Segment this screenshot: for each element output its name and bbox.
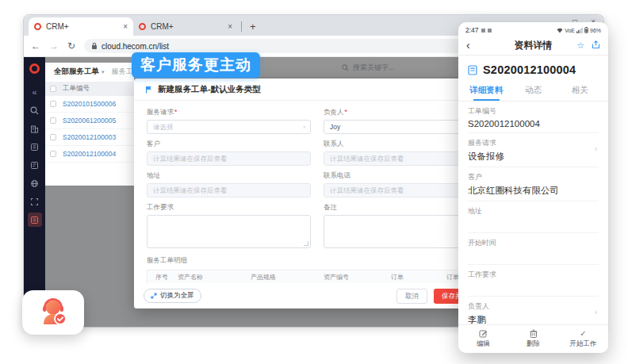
workorder-link[interactable]: S2020012100003 [63,133,116,141]
detail-column: 资产名称 [178,273,251,282]
browser-tab-1[interactable]: CRM+ × [29,17,133,36]
field-label: 客户 [468,172,599,182]
field-address: 地址 计算结果请在保存后查看 [147,171,311,197]
action-label: 开始工作 [570,339,597,349]
chevron-right-icon: › [303,121,305,133]
field-label: 工作要求 [468,270,599,280]
select-all-checkbox[interactable] [50,86,56,92]
phone-tabs: 详细资料 动态 相关 [458,82,608,102]
field-work-requirement: 工作要求 [147,203,311,248]
address-input: 计算结果请在保存后查看 [147,183,311,197]
globe-icon[interactable] [28,176,42,190]
back-icon[interactable]: ‹ [466,39,470,52]
placeholder-text: 请选择 [153,123,174,131]
service-request-select[interactable]: 请选择 › [147,120,311,134]
workorder-list-panel: 全部服务工单 ▾ 服务工... 工单编号 S2020101500006 [45,63,134,186]
worklist-icon[interactable] [28,140,42,154]
collapse-sidebar-icon[interactable]: « [28,85,42,99]
fullscreen-label: 切换为全屏 [160,291,194,301]
tab-close-icon[interactable]: × [123,22,128,31]
field-row[interactable]: 服务请求 设备报修 › [468,133,599,167]
customer-service-app-icon[interactable] [22,290,84,335]
modal-flag-icon [145,86,153,94]
reload-button[interactable]: ↻ [67,40,75,52]
new-tab-button[interactable]: + [250,21,256,33]
modal-header: 新建服务工单-默认业务类型 [134,79,500,101]
detail-column: 资产编号 [324,273,391,282]
document-icon[interactable] [28,158,42,172]
action-label: 删除 [527,339,540,349]
required-mark: * [345,108,347,116]
status-time: 2:47 [465,26,479,34]
field-row: 地址 [468,201,599,233]
row-checkbox[interactable] [50,134,56,140]
table-header-row: 工单编号 [45,82,134,96]
lock-icon [91,42,98,50]
table-row[interactable]: S2020012100003 [45,129,134,146]
share-icon[interactable] [592,38,600,52]
tab-detail[interactable]: 详细资料 [463,82,510,101]
fullscreen-scan-icon[interactable] [28,194,42,209]
workorder-link[interactable]: S2020061200005 [63,117,116,125]
table-row[interactable]: S2020012100004 [45,146,134,163]
delete-action[interactable]: 删除 [508,325,558,353]
edit-action[interactable]: 编辑 [458,325,508,353]
detail-column: 序号 [147,273,178,282]
status-app-icon [481,29,485,33]
modal-title: 新建服务工单-默认业务类型 [158,84,261,95]
tab-close-icon[interactable]: × [228,22,232,31]
list-header: 全部服务工单 ▾ 服务工... [45,63,134,82]
screenshot-canvas: CRM+ × CRM+ × + – □ × ← → ↻ [0,0,628,364]
field-customer: 客户 计算结果请在保存后查看 [147,140,311,166]
list-subtab[interactable]: 服务工... [112,67,134,77]
field-value [468,282,599,292]
field-label: 工作要求 [147,203,311,213]
chevron-down-icon: ▾ [101,69,105,75]
detail-column: 订单 [391,273,446,282]
search-icon[interactable] [28,103,42,117]
trash-icon [530,329,538,338]
table-row[interactable]: S2020101500006 [45,96,134,113]
field-label: 负责人 [324,108,344,116]
tab-title: CRM+ [151,22,223,31]
field-label: 地址 [147,171,311,181]
wifi-icon [557,28,563,33]
field-label: 服务请求 [147,108,174,116]
favorite-star-icon[interactable]: ☆ [576,40,584,51]
work-requirement-textarea[interactable] [147,215,311,248]
organization-icon[interactable] [28,121,42,136]
workorder-link[interactable]: S2020101500006 [63,100,116,108]
action-label: 编辑 [477,339,490,349]
row-checkbox[interactable] [50,101,56,107]
tab-related[interactable]: 相关 [557,82,603,101]
start-work-action[interactable]: ✓ 开始工作 [558,325,608,353]
page-title: 资料详情 [458,39,608,52]
chevron-right-icon: › [595,144,597,153]
forward-button[interactable]: → [49,40,59,52]
field-label: 工单编号 [468,106,599,117]
back-button[interactable]: ← [31,40,40,52]
field-value: S2020012100004 [468,119,599,128]
row-checkbox[interactable] [50,151,56,157]
field-value [468,251,599,260]
cancel-button[interactable]: 取消 [396,289,427,304]
detail-section-title: 服务工单明细 [147,256,488,266]
field-label: 开始时间 [468,238,599,248]
field-label: 客户 [147,140,311,149]
signal-icon [576,28,583,33]
workorder-link[interactable]: S2020012100004 [63,150,116,158]
fullscreen-toggle-button[interactable]: 切换为全屏 [144,289,201,303]
tab-divider [241,21,242,32]
list-title-dropdown[interactable]: 全部服务工单 [54,67,99,77]
banner-text: 客户服务更主动 [140,55,251,75]
customer-input: 计算结果请在保存后查看 [147,151,311,166]
field-value: 北京红圈科技有限公司 [468,185,599,197]
field-label: 服务请求 [468,138,599,148]
browser-tab-2[interactable]: CRM+ × [133,17,238,36]
row-checkbox[interactable] [50,117,56,124]
table-row[interactable]: S2020061200005 [45,113,134,129]
status-app-icon [488,29,492,33]
service-workorder-icon[interactable] [28,213,42,227]
tab-activity[interactable]: 动态 [510,82,557,101]
field-label: 负责人 [468,301,599,312]
